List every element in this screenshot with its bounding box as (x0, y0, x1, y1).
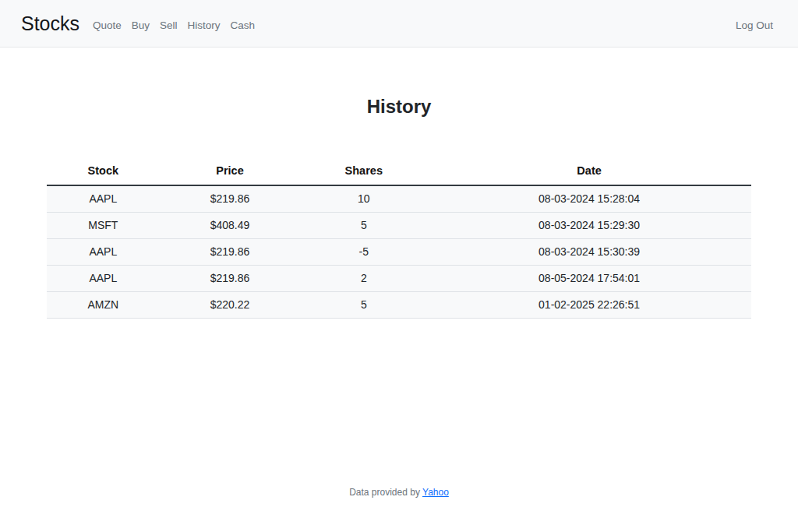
table-row: AAPL $219.86 2 08-05-2024 17:54:01 (47, 266, 751, 292)
column-header-stock: Stock (47, 158, 160, 185)
nav-link[interactable]: History (188, 19, 221, 31)
brand-link[interactable]: Stocks (21, 14, 79, 33)
footer-text: Data provided by (349, 487, 420, 498)
cell-price: $220.22 (160, 292, 301, 319)
column-header-price: Price (160, 158, 301, 185)
cell-stock: AAPL (47, 266, 160, 292)
cell-date: 08-03-2024 15:28:04 (427, 185, 751, 213)
cell-date: 01-02-2025 22:26:51 (427, 292, 751, 319)
nav-links: QuoteBuySellHistoryCash (93, 16, 255, 31)
cell-stock: AMZN (47, 292, 160, 319)
column-header-shares: Shares (300, 158, 427, 185)
table-row: AMZN $220.22 5 01-02-2025 22:26:51 (47, 292, 751, 319)
cell-shares: -5 (300, 239, 427, 266)
cell-price: $219.86 (160, 266, 301, 292)
cell-price: $219.86 (160, 185, 301, 213)
cell-price: $219.86 (160, 239, 301, 266)
navbar: Stocks QuoteBuySellHistoryCash Log Out (0, 0, 798, 48)
cell-price: $408.49 (160, 213, 301, 239)
cell-stock: AAPL (47, 185, 160, 213)
nav-link[interactable]: Buy (132, 19, 150, 31)
main-content: History Stock Price Shares Date AAPL $21… (0, 96, 798, 319)
table-row: MSFT $408.49 5 08-03-2024 15:29:30 (47, 213, 751, 239)
cell-shares: 5 (300, 292, 427, 319)
table-header-row: Stock Price Shares Date (47, 158, 751, 185)
nav-link[interactable]: Sell (160, 19, 178, 31)
cell-shares: 10 (300, 185, 427, 213)
column-header-date: Date (427, 158, 751, 185)
table-header: Stock Price Shares Date (47, 158, 751, 185)
logout-link[interactable]: Log Out (736, 19, 773, 31)
table-row: AAPL $219.86 10 08-03-2024 15:28:04 (47, 185, 751, 213)
cell-stock: MSFT (47, 213, 160, 239)
cell-date: 08-03-2024 15:30:39 (427, 239, 751, 266)
cell-shares: 2 (300, 266, 427, 292)
cell-date: 08-03-2024 15:29:30 (427, 213, 751, 239)
table-body: AAPL $219.86 10 08-03-2024 15:28:04 MSFT… (47, 185, 751, 319)
yahoo-link[interactable]: Yahoo (422, 487, 449, 498)
cell-shares: 5 (300, 213, 427, 239)
table-row: AAPL $219.86 -5 08-03-2024 15:30:39 (47, 239, 751, 266)
cell-stock: AAPL (47, 239, 160, 266)
page-title: History (0, 96, 798, 118)
history-table: Stock Price Shares Date AAPL $219.86 10 … (47, 158, 751, 319)
nav-link[interactable]: Cash (231, 19, 256, 31)
cell-date: 08-05-2024 17:54:01 (427, 266, 751, 292)
nav-link[interactable]: Quote (93, 19, 122, 31)
navbar-right: Log Out (736, 15, 773, 32)
app-footer: Data provided by Yahoo (0, 487, 798, 498)
